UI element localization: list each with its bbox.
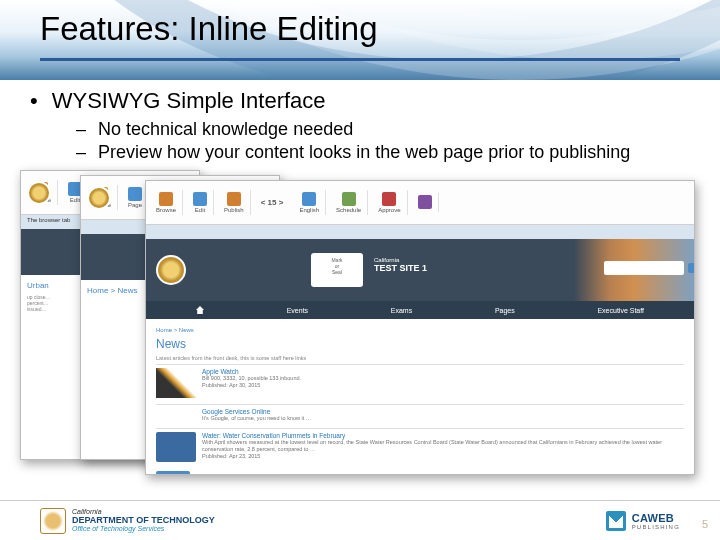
site-header: MarkorSeal California TEST SITE 1 xyxy=(146,239,694,301)
nav-exec-staff[interactable]: Executive Staff xyxy=(597,307,644,314)
sub-bullet: No technical knowledge needed xyxy=(76,118,690,141)
ribbon-edit[interactable]: Edit xyxy=(195,207,205,213)
nav-pages[interactable]: Pages xyxy=(495,307,515,314)
caweb-icon xyxy=(606,511,626,531)
news-thumb-icon xyxy=(156,368,196,398)
news-item[interactable]: Apple Watch Bill 900, 3332, 10, possible… xyxy=(156,368,684,398)
cagov-logo-icon xyxy=(156,255,186,285)
news-thumb-icon xyxy=(156,432,196,462)
site-badge: MarkorSeal xyxy=(311,253,363,287)
ribbon-publish[interactable]: Publish xyxy=(224,207,244,213)
news-heading: News xyxy=(156,337,684,351)
cagov-logo-icon xyxy=(27,181,51,205)
bullet-main: WYSIWYG Simple Interface xyxy=(30,88,690,114)
screenshot-stack: Browse Edit The browser tab Urbanup clos… xyxy=(20,170,700,492)
state-seal-icon xyxy=(40,508,66,534)
slide-title: Features: Inline Editing xyxy=(40,10,378,48)
news-item[interactable]: Water: Water Conservation Plummets in Fe… xyxy=(156,432,684,462)
site-nav[interactable]: Events Exams Pages Executive Staff xyxy=(146,301,694,319)
ribbon-toolbar[interactable]: Browse Edit Publish < 15 > English Sched… xyxy=(146,181,694,225)
site-title: California TEST SITE 1 xyxy=(374,257,427,273)
ribbon-approve[interactable]: Approve xyxy=(378,207,400,213)
news-title: Water: Water Conservation Plummets in Fe… xyxy=(202,432,684,439)
search-input[interactable] xyxy=(604,261,684,275)
ribbon-english[interactable]: English xyxy=(299,207,319,213)
editor-window-front: Browse Edit Publish < 15 > English Sched… xyxy=(145,180,695,475)
footer-right-logo: CAWEB PUBLISHING xyxy=(606,511,680,531)
breadcrumb[interactable]: Home > News xyxy=(156,327,684,333)
subscribe-button[interactable]: Subscribe xyxy=(156,471,190,475)
bullet-content: WYSIWYG Simple Interface No technical kn… xyxy=(30,88,690,165)
nav-exams[interactable]: Exams xyxy=(391,307,412,314)
nav-events[interactable]: Events xyxy=(287,307,308,314)
tab-strip[interactable] xyxy=(146,225,694,239)
slide-footer: California DEPARTMENT OF TECHNOLOGY Offi… xyxy=(0,500,720,540)
cagov-logo-icon xyxy=(87,186,111,210)
news-title: Apple Watch xyxy=(202,368,684,375)
page-number: 5 xyxy=(702,518,708,530)
title-underline xyxy=(40,58,680,61)
ribbon-schedule[interactable]: Schedule xyxy=(336,207,361,213)
news-title: Google Services Online xyxy=(202,408,684,415)
sub-bullet: Preview how your content looks in the we… xyxy=(76,141,690,164)
news-item[interactable]: Google Services Online It's Google, of c… xyxy=(202,408,684,422)
home-icon[interactable] xyxy=(196,306,204,314)
page-body: Home > News News Latest articles from th… xyxy=(146,319,694,475)
ribbon-browse[interactable]: Browse xyxy=(156,207,176,213)
footer-left-logo: California DEPARTMENT OF TECHNOLOGY Offi… xyxy=(40,508,215,534)
